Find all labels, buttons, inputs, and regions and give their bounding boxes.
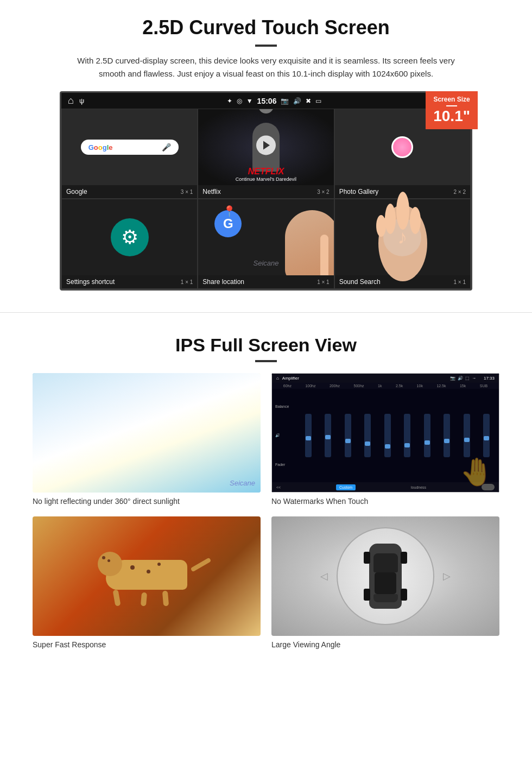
car-image-box: ◁ ▷ [271, 516, 499, 636]
screen-size-badge: Screen Size 10.1" [426, 91, 478, 129]
camera-icon: 📷 [281, 97, 289, 105]
sound-icon-bg: ♪ [383, 218, 421, 256]
section1-title: 2.5D Curved Touch Screen [33, 16, 499, 39]
maps-pin-icon: 📍 [223, 205, 236, 218]
netflix-logo: NETFLIX [202, 167, 329, 176]
usb-icon: ψ [79, 97, 84, 105]
cheetah-spot-3 [130, 565, 135, 570]
cheetah-leg-3 [162, 591, 169, 607]
cheetah-caption: Super Fast Response [33, 640, 261, 649]
settings-app-size: 1 × 1 [181, 279, 193, 285]
netflix-overlay: NETFLIX Continue Marvel's Daredevil [198, 163, 333, 185]
wheel-fr [401, 552, 407, 564]
settings-app-content: ⚙ [62, 199, 197, 275]
cheetah-head [98, 552, 122, 576]
app-cell-settings[interactable]: ⚙ Settings shortcut 1 × 1 [61, 199, 198, 289]
flower-icon [391, 136, 413, 158]
status-bar: ⌂ ψ ✦ ◎ ▼ 15:06 📷 🔊 ✖ ▭ [61, 93, 471, 109]
google-label: Google 3 × 1 [62, 185, 197, 198]
eq-knob-4 [365, 441, 370, 446]
amplifier-screen: ⌂ Amplifier 📷🔊⬚→ 17:33 60hz 100hz 200hz … [271, 373, 499, 493]
eq-left-labels: Balance 🔊 Fader [275, 392, 297, 479]
app-cell-sound[interactable]: ♪ Sound Search 1 × 1 [334, 199, 471, 289]
status-center: ✦ ◎ ▼ 15:06 📷 🔊 ✖ ▭ [227, 97, 322, 105]
feature-sunlight: Seicane No light reflecting under 360° d… [33, 373, 261, 506]
app-cell-netflix[interactable]: NETFLIX Continue Marvel's Daredevil Netf… [198, 109, 334, 199]
cheetah-image-box [33, 516, 261, 636]
freq-100hz: 100hz [305, 384, 315, 388]
car-windshield [373, 553, 398, 572]
cheetah-leg-2 [141, 592, 147, 607]
freq-15k: 15k [460, 384, 466, 388]
cheetah-spot-5 [157, 563, 161, 566]
eq-knob-6 [404, 443, 410, 447]
feature-amplifier: ⌂ Amplifier 📷🔊⬚→ 17:33 60hz 100hz 200hz … [271, 373, 499, 506]
fader-label: Fader [275, 463, 297, 466]
eq-bar-9 [464, 414, 470, 457]
eq-area: Balance 🔊 Fader [272, 389, 499, 482]
wheel-rl [364, 589, 370, 601]
car-trunk [373, 594, 398, 602]
eq-knob-5 [385, 444, 390, 449]
section2-title: IPS Full Screen View [33, 335, 499, 356]
bluetooth-icon: ✦ [227, 97, 232, 105]
google-search-bar[interactable]: Google 🎤 [81, 140, 179, 155]
netflix-app-size: 3 × 2 [317, 189, 330, 195]
eq-knob-3 [345, 439, 351, 443]
amp-custom-btn[interactable]: Custom [336, 484, 356, 490]
netflix-app-content: NETFLIX Continue Marvel's Daredevil [198, 109, 333, 185]
badge-size: 10.1" [433, 108, 470, 125]
sound-label: Sound Search 1 × 1 [335, 275, 470, 288]
eq-bar-3 [345, 414, 351, 457]
hand-touch-icon: 🤚 [460, 456, 493, 488]
freq-12_5k: 12.5k [436, 384, 446, 388]
section-ips: IPS Full Screen View Seicane No light re… [0, 329, 532, 660]
amplifier-caption: No Watermarks When Touch [271, 497, 499, 506]
eq-bar-7 [424, 414, 430, 457]
play-triangle [263, 141, 270, 149]
device-wrapper: Screen Size 10.1" ⌂ ψ ✦ ◎ ▼ 15:06 📷 🔊 [60, 91, 472, 291]
badge-label: Screen Size [433, 96, 470, 103]
amp-loudness-label: loudness [411, 485, 426, 489]
music-note-icon: ♪ [397, 226, 407, 249]
wheel-rr [401, 589, 407, 601]
badge-dash [446, 105, 457, 106]
freq-60hz: 60hz [283, 384, 292, 388]
amp-nav-prev[interactable]: << [276, 485, 281, 489]
settings-icon-bg: ⚙ [111, 218, 149, 256]
google-app-size: 3 × 1 [181, 189, 193, 195]
amp-title: Amplifier [282, 376, 299, 381]
finger1 [320, 235, 328, 275]
location-icon: ◎ [237, 97, 242, 105]
gallery-app-size: 2 × 2 [453, 189, 466, 195]
sound-app-size: 1 × 1 [453, 279, 466, 285]
cheetah-spot-2 [107, 559, 110, 562]
status-left: ⌂ ψ [68, 95, 84, 106]
freq-1k: 1k [378, 384, 382, 388]
amplifier-image-box: ⌂ Amplifier 📷🔊⬚→ 17:33 60hz 100hz 200hz … [271, 373, 499, 493]
home-icon[interactable]: ⌂ [68, 95, 74, 106]
viewing-angle-circle [337, 527, 434, 625]
arrow-right: ▷ [443, 570, 451, 582]
arrow-left: ◁ [320, 570, 328, 582]
app-cell-google[interactable]: Google 🎤 Google 3 × 1 [61, 109, 198, 199]
android-screen: ⌂ ψ ✦ ◎ ▼ 15:06 📷 🔊 ✖ ▭ [60, 91, 472, 291]
eq-bar-4 [364, 414, 371, 457]
eq-bar-2 [325, 414, 331, 457]
wifi-icon: ▼ [246, 97, 253, 105]
share-app-name: Share location [202, 278, 244, 286]
settings-label: Settings shortcut 1 × 1 [62, 275, 197, 288]
eq-bar-8 [444, 414, 450, 457]
gallery-label: Photo Gallery 2 × 2 [335, 185, 470, 198]
sound-app-content: ♪ [335, 199, 470, 275]
eq-bar-10 [483, 414, 490, 457]
app-grid-row1: Google 🎤 Google 3 × 1 [61, 109, 471, 199]
seicane-watermark: Seicane [230, 479, 255, 487]
play-button[interactable] [256, 135, 276, 155]
freq-2_5k: 2.5k [396, 384, 403, 388]
cheetah-image [33, 516, 261, 636]
app-cell-share[interactable]: G 📍 Share location 1 × 1 [198, 199, 334, 289]
balance-label: Balance [275, 405, 297, 408]
feature-cheetah: Super Fast Response [33, 516, 261, 649]
car-body-top [369, 544, 402, 609]
